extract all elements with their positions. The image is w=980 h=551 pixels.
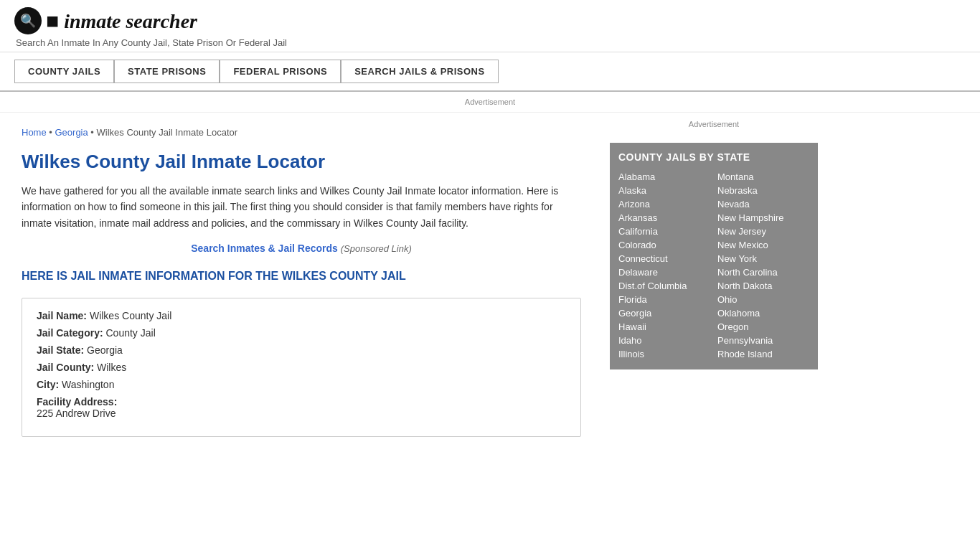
- nav-county-jails[interactable]: COUNTY JAILS: [14, 60, 114, 83]
- jail-city-val: Washington: [62, 379, 114, 390]
- state-link[interactable]: Alaska: [618, 184, 710, 197]
- jail-state-val: Georgia: [87, 344, 123, 356]
- state-box-title: COUNTY JAILS BY STATE: [618, 151, 809, 163]
- state-link[interactable]: Rhode Island: [717, 347, 809, 361]
- state-link[interactable]: Illinois: [618, 347, 710, 361]
- state-link[interactable]: New Mexico: [717, 238, 809, 252]
- state-col2: MontanaNebraskaNevadaNew HampshireNew Je…: [717, 170, 809, 361]
- state-link[interactable]: Ohio: [717, 293, 809, 306]
- state-link[interactable]: Oklahoma: [717, 306, 809, 320]
- sidebar: Advertisement COUNTY JAILS BY STATE Alab…: [603, 113, 825, 451]
- state-link[interactable]: Hawaii: [618, 320, 710, 334]
- logo-area: 🔍 ■ inmate searcher: [14, 7, 966, 34]
- sponsored-link[interactable]: Search Inmates & Jail Records: [191, 242, 338, 254]
- jail-address-label: Facility Address:: [37, 396, 117, 408]
- content-area: Home • Georgia • Wilkes County Jail Inma…: [0, 113, 603, 451]
- main-nav: COUNTY JAILS STATE PRISONS FEDERAL PRISO…: [0, 52, 980, 92]
- state-link[interactable]: New York: [717, 252, 809, 265]
- sponsored-link-area: Search Inmates & Jail Records (Sponsored…: [22, 242, 581, 254]
- state-link[interactable]: Arizona: [618, 197, 710, 211]
- header: 🔍 ■ inmate searcher Search An Inmate In …: [0, 0, 980, 52]
- state-col1: AlabamaAlaskaArizonaArkansasCaliforniaCo…: [618, 170, 710, 361]
- breadcrumb-home[interactable]: Home: [22, 127, 47, 138]
- info-box: Jail Name: Wilkes County Jail Jail Categ…: [22, 298, 581, 437]
- jail-cat-val: County Jail: [105, 327, 155, 339]
- description: We have gathered for you all the availab…: [22, 183, 581, 231]
- jail-address-row: Facility Address: 225 Andrew Drive: [37, 396, 566, 419]
- state-link[interactable]: Nebraska: [717, 184, 809, 197]
- state-link[interactable]: Connecticut: [618, 252, 710, 265]
- jail-category-row: Jail Category: County Jail: [37, 327, 566, 339]
- jail-county-label: Jail County:: [37, 362, 94, 373]
- breadcrumb-state[interactable]: Georgia: [55, 127, 88, 138]
- state-link[interactable]: California: [618, 225, 710, 238]
- ad-bar: Advertisement: [0, 92, 980, 113]
- breadcrumb-sep2: •: [90, 127, 96, 138]
- page-title: Wilkes County Jail Inmate Locator: [22, 151, 581, 173]
- nav-federal-prisons[interactable]: FEDERAL PRISONS: [220, 60, 341, 83]
- jail-state-label: Jail State:: [37, 344, 84, 356]
- state-link[interactable]: Colorado: [618, 238, 710, 252]
- state-link[interactable]: Oregon: [717, 320, 809, 334]
- nav-state-prisons[interactable]: STATE PRISONS: [114, 60, 220, 83]
- jail-name-label: Jail Name:: [37, 310, 87, 321]
- main-layout: Home • Georgia • Wilkes County Jail Inma…: [0, 113, 980, 451]
- state-box: COUNTY JAILS BY STATE AlabamaAlaskaArizo…: [610, 143, 818, 369]
- state-link[interactable]: Alabama: [618, 170, 710, 184]
- jail-state-row: Jail State: Georgia: [37, 344, 566, 356]
- state-link[interactable]: Florida: [618, 293, 710, 306]
- state-list: AlabamaAlaskaArizonaArkansasCaliforniaCo…: [618, 170, 809, 361]
- sidebar-ad: Advertisement: [610, 120, 818, 136]
- sub-heading: HERE IS JAIL INMATE INFORMATION FOR THE …: [22, 268, 581, 284]
- breadcrumb: Home • Georgia • Wilkes County Jail Inma…: [22, 127, 581, 138]
- jail-county-row: Jail County: Wilkes: [37, 362, 566, 373]
- logo-icon: 🔍: [14, 7, 42, 34]
- tagline: Search An Inmate In Any County Jail, Sta…: [16, 37, 966, 48]
- jail-city-row: City: Washington: [37, 379, 566, 390]
- state-link[interactable]: Georgia: [618, 306, 710, 320]
- breadcrumb-current: Wilkes County Jail Inmate Locator: [97, 127, 238, 138]
- state-link[interactable]: Arkansas: [618, 211, 710, 225]
- jail-city-label: City:: [37, 379, 59, 390]
- state-link[interactable]: Pennsylvania: [717, 334, 809, 347]
- jail-name-val: Wilkes County Jail: [90, 310, 171, 321]
- jail-category-label: Jail Category:: [37, 327, 103, 339]
- state-link[interactable]: Dist.of Columbia: [618, 279, 710, 293]
- state-link[interactable]: North Dakota: [717, 279, 809, 293]
- sponsored-note-text: (Sponsored Link): [341, 243, 412, 254]
- state-link[interactable]: Idaho: [618, 334, 710, 347]
- state-link[interactable]: Montana: [717, 170, 809, 184]
- logo-text: ■ inmate searcher: [46, 9, 197, 33]
- state-link[interactable]: New Hampshire: [717, 211, 809, 225]
- state-link[interactable]: North Carolina: [717, 265, 809, 279]
- state-link[interactable]: New Jersey: [717, 225, 809, 238]
- jail-county-val: Wilkes: [97, 362, 126, 373]
- nav-search-jails[interactable]: SEARCH JAILS & PRISONS: [341, 60, 498, 83]
- jail-address-value: 225 Andrew Drive: [37, 408, 566, 419]
- state-link[interactable]: Delaware: [618, 265, 710, 279]
- state-link[interactable]: Nevada: [717, 197, 809, 211]
- jail-name-row: Jail Name: Wilkes County Jail: [37, 310, 566, 321]
